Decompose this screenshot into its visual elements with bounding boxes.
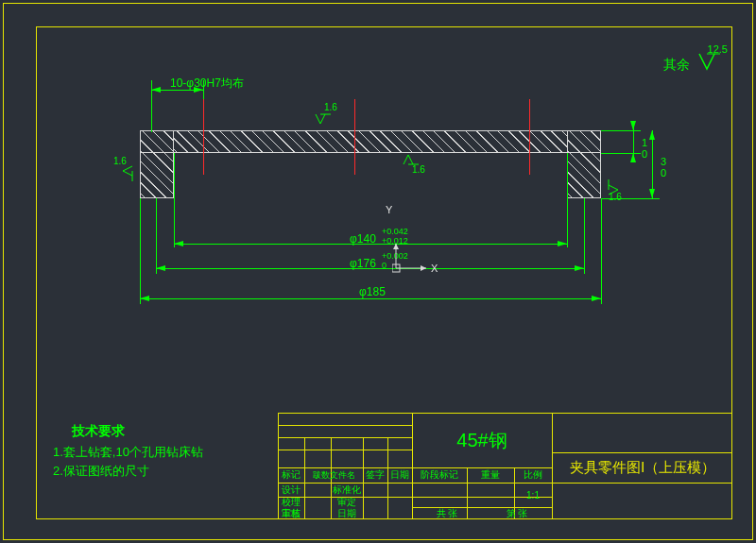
tb-date2: 日期 [331,507,363,519]
arrow-icon [592,296,601,301]
dim-line-185 [140,298,601,299]
sf-value-a: 1.6 [324,102,337,112]
sf-value-b: 1.6 [412,164,425,175]
arrow-icon [558,241,567,246]
hatch-right [568,131,600,197]
arrow-icon [649,189,655,198]
tb-mark: 标记 [278,467,304,483]
sf-value-d: 1.6 [609,192,622,202]
notes-item1: 1.套上钻套,10个孔用钻床钻 [53,444,203,461]
ucs-x-label: X [431,263,438,274]
tb-std: 标准化 [331,483,363,497]
part-name: 夹具零件图Ⅰ（上压模） [552,452,732,483]
surface-finish-icon [696,52,718,71]
dim-30: 30 [658,156,669,178]
notes-item2: 2.保证图纸的尺寸 [53,463,149,480]
default-surface-finish-label: 其余 [663,57,690,74]
surface-finish-icon [314,111,327,123]
arrow-icon [151,87,161,93]
arrow-icon [630,121,636,130]
dim-d185: φ185 [359,285,386,298]
tb-sign: 签字 [363,467,387,483]
svg-marker-8 [421,265,426,271]
dim-d140-tol-u: +0.042 [382,227,408,236]
tb-scale-value: 1:1 [514,483,552,507]
arrow-icon [156,265,165,271]
title-block: 45#钢 夹具零件图Ⅰ（上压模） 标记 跋数文件名 签字 日期 设计 标准化 校… [278,413,732,519]
arrow-icon [649,130,655,140]
arrow-icon [140,296,149,301]
tb-scale-label: 比例 [514,467,552,483]
ext-line [567,153,568,247]
tb-changes: 跋数文件名 [304,467,363,483]
ext-line [601,130,641,131]
ucs-y-label: Y [386,204,392,215]
dim-d176: φ176 [350,257,376,270]
tb-date: 日期 [387,467,412,483]
notes-heading: 技术要求 [72,423,125,440]
tb-total: 共 张 [412,507,482,519]
arrow-icon [174,241,183,246]
hatch-top [173,131,568,152]
tb-sheet: 第 张 [482,507,552,519]
arrow-icon [630,153,636,162]
default-surface-finish-value: 12.5 [708,43,728,55]
ext-line [140,198,141,304]
svg-marker-9 [393,244,399,249]
tb-stage: 阶段标记 [412,467,467,483]
tb-weight: 重量 [467,467,514,483]
dim-d176-tol-l: 0 [382,261,387,270]
tb-design: 设计 [278,483,304,497]
centerline-2 [354,99,355,175]
sf-value-c: 1.6 [113,156,127,166]
dim-d140: φ140 [350,232,376,246]
ext-line [601,198,660,199]
centerline-1 [203,99,204,175]
arrow-icon [575,265,584,271]
ucs-icon [392,244,430,281]
ext-line [601,198,602,304]
surface-finish-icon [124,164,135,178]
dim-10: 10 [639,137,650,160]
cad-canvas: 其余 12.5 10-φ30H7均布 1.6 1.6 1.6 1.6 10 [0,0,756,543]
ext-line [174,153,175,247]
centerline-3 [529,99,530,175]
tb-process: 工艺 [278,507,304,519]
material: 45#钢 [412,413,552,467]
hole-note: 10-φ30H7均布 [170,76,244,92]
hatch-left [141,131,173,197]
ext-line [156,198,157,274]
ext-line [584,198,585,274]
